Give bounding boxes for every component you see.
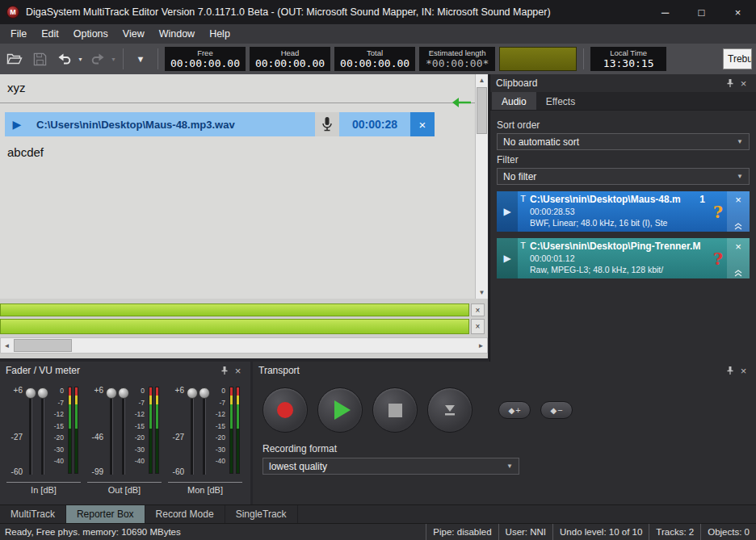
close-panel-icon[interactable]: × bbox=[737, 77, 750, 90]
minimize-button[interactable]: ─ bbox=[647, 0, 683, 24]
transport-header: Transport × bbox=[253, 362, 756, 379]
chevron-down-icon: ▼ bbox=[506, 463, 513, 470]
fader-group-in: +6 -27 -60 0-7-12-15-20-30-40 In [dB] bbox=[6, 384, 81, 495]
clipboard-item[interactable]: ▶ T C:\Users\nin\Desktop\Ping-Trenner.M … bbox=[497, 238, 750, 278]
menu-window[interactable]: Window bbox=[152, 24, 202, 44]
app-icon: M bbox=[6, 6, 19, 19]
tab-singletrack[interactable]: SingleTrack bbox=[225, 505, 298, 523]
redo-dropdown-caret[interactable]: ▼ bbox=[111, 57, 116, 62]
add-marker-button[interactable]: ◆+ bbox=[498, 401, 531, 419]
play-icon[interactable]: ▶ bbox=[497, 238, 518, 278]
track-label: xyz bbox=[7, 81, 26, 94]
status-user: User: NNI bbox=[498, 524, 552, 540]
tab-effects[interactable]: Effects bbox=[536, 92, 585, 110]
play-button[interactable] bbox=[317, 387, 363, 433]
note-label: abcdef bbox=[7, 145, 44, 159]
save-icon[interactable] bbox=[29, 48, 50, 69]
fader-slider[interactable] bbox=[186, 384, 198, 478]
track-content[interactable]: xyz ▶ C:\Users\nin\Desktop\Maus-48.mp3.w… bbox=[0, 74, 475, 299]
menu-edit[interactable]: Edit bbox=[34, 24, 66, 44]
fader-knob[interactable] bbox=[118, 387, 129, 399]
track-lane[interactable] bbox=[0, 303, 469, 316]
status-question-icon: ? bbox=[709, 238, 727, 278]
free-time-display: Free 00:00:00.00 bbox=[165, 47, 246, 71]
scrollbar-thumb[interactable] bbox=[477, 87, 487, 134]
pin-icon[interactable] bbox=[723, 77, 737, 90]
menu-options[interactable]: Options bbox=[66, 24, 116, 44]
fader-knob[interactable] bbox=[199, 387, 210, 399]
clipboard-item[interactable]: ▶ T C:\Users\nin\Desktop\Maus-48.m 1 00:… bbox=[497, 191, 750, 232]
scroll-up-icon[interactable]: ▲ bbox=[476, 74, 488, 86]
fader-slider[interactable] bbox=[198, 384, 210, 478]
remove-clip-button[interactable]: × bbox=[410, 112, 435, 136]
close-button[interactable]: × bbox=[720, 0, 756, 24]
undo-dropdown-caret[interactable]: ▼ bbox=[78, 57, 83, 62]
station-button[interactable]: Trebu bbox=[723, 48, 752, 69]
fader-slider[interactable] bbox=[24, 384, 36, 478]
open-folder-icon[interactable] bbox=[4, 48, 25, 69]
fader-knob[interactable] bbox=[187, 387, 198, 399]
record-level-meter bbox=[499, 47, 577, 71]
vertical-scrollbar[interactable]: ▲ ▼ bbox=[475, 74, 488, 299]
fader-knob[interactable] bbox=[106, 387, 117, 399]
audio-clip-row[interactable]: ▶ C:\Users\nin\Desktop\Maus-48.mp3.wav 0… bbox=[5, 112, 435, 136]
remove-item-button[interactable]: × bbox=[727, 238, 750, 278]
menu-view[interactable]: View bbox=[116, 24, 152, 44]
status-pipe: Pipe: disabled bbox=[426, 524, 498, 540]
menu-help[interactable]: Help bbox=[202, 24, 237, 44]
fader-slider[interactable] bbox=[105, 384, 117, 478]
horizontal-scrollbar[interactable]: ◄ ► bbox=[0, 337, 488, 354]
clipboard-item-duration: 00:00:28.53 bbox=[530, 206, 708, 217]
play-icon[interactable]: ▶ bbox=[5, 112, 29, 136]
microphone-icon[interactable] bbox=[315, 112, 339, 136]
close-panel-icon[interactable]: × bbox=[737, 364, 750, 377]
status-tracks: Tracks: 2 bbox=[649, 524, 700, 540]
double-chevron-up-icon bbox=[734, 223, 742, 230]
filter-label: Filter bbox=[497, 154, 750, 165]
remove-item-button[interactable]: × bbox=[727, 191, 750, 232]
clipboard-item-duration: 00:00:01.12 bbox=[530, 253, 708, 264]
fader-knob[interactable] bbox=[25, 387, 36, 399]
stop-icon bbox=[388, 404, 402, 417]
remove-marker-button[interactable]: ◆− bbox=[540, 401, 573, 419]
scroll-right-icon[interactable]: ► bbox=[475, 338, 487, 353]
track-lane[interactable] bbox=[0, 319, 469, 334]
sort-order-select[interactable]: No automatic sort ▼ bbox=[497, 133, 750, 150]
scrollbar-thumb[interactable] bbox=[14, 339, 72, 352]
status-question-icon: ? bbox=[709, 191, 727, 232]
maximize-button[interactable]: □ bbox=[683, 0, 720, 24]
clipboard-item-path: C:\Users\nin\Desktop\Maus-48.m bbox=[530, 194, 697, 206]
redo-icon[interactable] bbox=[87, 48, 108, 69]
recording-format-label: Recording format bbox=[262, 443, 756, 454]
go-to-end-button[interactable] bbox=[427, 387, 472, 433]
fader-slider[interactable] bbox=[36, 384, 48, 478]
window-title: DigaSystem MultiTrack Editor Version 7.0… bbox=[26, 6, 551, 18]
pin-icon[interactable] bbox=[217, 364, 231, 377]
tab-multitrack[interactable]: MultiTrack bbox=[0, 505, 66, 523]
scroll-left-icon[interactable]: ◄ bbox=[1, 338, 13, 353]
tab-audio[interactable]: Audio bbox=[492, 92, 536, 110]
close-panel-icon[interactable]: × bbox=[231, 364, 245, 377]
fader-range-labels: +6 -27 -60 bbox=[168, 384, 186, 478]
fader-slider[interactable] bbox=[117, 384, 129, 478]
scroll-down-icon[interactable]: ▼ bbox=[476, 287, 488, 299]
editor-area: xyz ▶ C:\Users\nin\Desktop\Maus-48.mp3.w… bbox=[0, 74, 488, 358]
tab-reporter-box[interactable]: Reporter Box bbox=[66, 505, 145, 523]
filter-select[interactable]: No filter ▼ bbox=[497, 168, 750, 185]
sort-order-value: No automatic sort bbox=[503, 136, 579, 148]
play-icon[interactable]: ▶ bbox=[497, 191, 518, 232]
toolbar-dropdown-icon[interactable]: ▼ bbox=[130, 48, 151, 69]
close-lane-button[interactable]: × bbox=[471, 303, 485, 316]
undo-icon[interactable] bbox=[54, 48, 75, 69]
record-button[interactable] bbox=[262, 387, 308, 433]
estimated-length-display: Estimated length *00:00:00* bbox=[419, 47, 495, 71]
menu-file[interactable]: File bbox=[3, 24, 34, 44]
stop-button[interactable] bbox=[372, 387, 418, 433]
fader-knob[interactable] bbox=[37, 387, 48, 399]
tab-record-mode[interactable]: Record Mode bbox=[145, 505, 225, 523]
close-lane-button[interactable]: × bbox=[471, 319, 485, 334]
recording-format-select[interactable]: lowest quality ▼ bbox=[262, 458, 519, 475]
status-bar: Ready, Free phys. memory: 10690 MBytes P… bbox=[0, 523, 756, 540]
head-time-display: Head 00:00:00.00 bbox=[250, 47, 330, 71]
pin-icon[interactable] bbox=[723, 364, 737, 377]
